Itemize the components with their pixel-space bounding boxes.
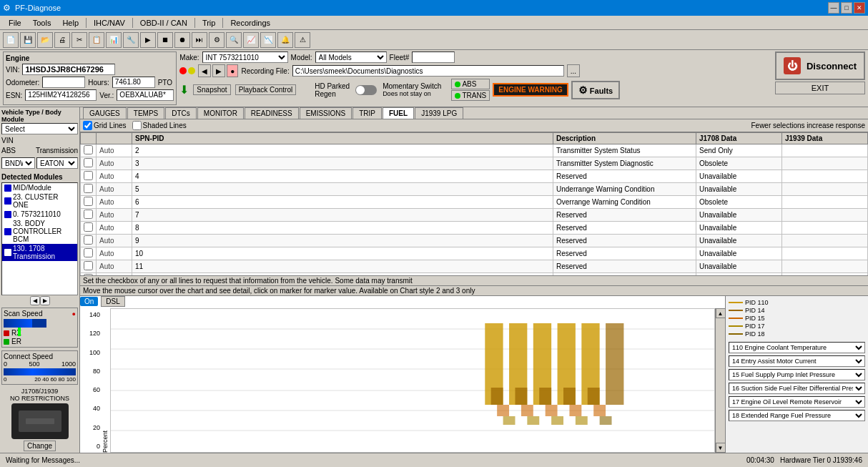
- shaded-lines-checkbox-label[interactable]: Shaded Lines: [132, 121, 187, 130]
- toolbar-btn-4[interactable]: 🖨: [54, 32, 70, 48]
- row-auto-7[interactable]: Auto: [97, 235, 132, 247]
- row-auto-4[interactable]: Auto: [97, 196, 132, 209]
- row-check-7[interactable]: [81, 235, 97, 247]
- toolbar-btn-11[interactable]: ⏺: [174, 32, 190, 48]
- shaded-lines-checkbox[interactable]: [132, 121, 142, 130]
- menu-obdii[interactable]: OBD-II / CAN: [134, 17, 193, 29]
- toolbar-btn-14[interactable]: 🔍: [226, 32, 242, 48]
- row-auto-1[interactable]: Auto: [97, 157, 132, 170]
- toolbar-btn-6[interactable]: 📋: [89, 32, 104, 48]
- grid-lines-checkbox[interactable]: [83, 121, 92, 130]
- trans-select[interactable]: EATON K065696: [36, 157, 78, 169]
- recording-browse-button[interactable]: ...: [567, 64, 580, 77]
- esn-value[interactable]: 125HIM2Y4128256: [25, 89, 97, 101]
- hours-value[interactable]: 7461.80: [112, 77, 155, 88]
- chart-dropdown-4[interactable]: 17 Engine Oil Level Remote Reservoir: [729, 396, 865, 408]
- menu-help[interactable]: Help: [56, 17, 84, 29]
- close-button[interactable]: ✕: [854, 2, 865, 14]
- menu-recordings[interactable]: Recordings: [225, 17, 276, 29]
- exit-button[interactable]: EXIT: [775, 82, 865, 94]
- snapshot-button[interactable]: Snapshot: [193, 84, 230, 95]
- rec-back-button[interactable]: ◀: [198, 64, 211, 77]
- tab-readiness[interactable]: READINESS: [245, 107, 299, 119]
- chart-scroll-up[interactable]: ▲: [716, 308, 726, 318]
- toolbar-btn-8[interactable]: 🔧: [123, 32, 139, 48]
- row-auto-5[interactable]: Auto: [97, 209, 132, 222]
- chart-dropdown-2[interactable]: 15 Fuel Supply Pump Inlet Pressure: [729, 369, 865, 380]
- chart-dropdown-0[interactable]: 110 Engine Coolant Temperature: [729, 342, 865, 353]
- menu-ihcnav[interactable]: IHC/NAV: [88, 17, 131, 29]
- detected-item-trans[interactable]: 130. 1708 Transmission: [2, 244, 77, 261]
- toolbar-btn-13[interactable]: ⚙: [209, 32, 225, 48]
- toolbar-btn-12[interactable]: ⏭: [192, 32, 207, 48]
- abs-select[interactable]: BNDWS: [1, 157, 35, 169]
- row-check-4[interactable]: [81, 196, 97, 209]
- maximize-button[interactable]: □: [841, 2, 852, 14]
- tab-monitor[interactable]: MONITOR: [197, 107, 244, 119]
- recording-path-input[interactable]: [292, 65, 564, 77]
- chart-dropdown-3[interactable]: 16 Suction Side Fuel Filter Differential…: [729, 383, 865, 394]
- toolbar-btn-2[interactable]: 💾: [20, 32, 36, 48]
- row-check-1[interactable]: [81, 157, 97, 170]
- chart-scroll-down[interactable]: ▼: [716, 443, 726, 453]
- row-check-8[interactable]: [81, 247, 97, 260]
- detected-item-bcm[interactable]: 33. BODY CONTROLLER BCM: [2, 219, 77, 244]
- toolbar-btn-7[interactable]: 📊: [106, 32, 122, 48]
- hd-toggle[interactable]: [355, 85, 377, 95]
- detected-item-mid[interactable]: MID/Module: [2, 183, 77, 192]
- minimize-button[interactable]: —: [828, 2, 839, 14]
- menu-file[interactable]: File: [3, 17, 27, 29]
- chart-scrollbar[interactable]: ▲ ▼: [715, 308, 725, 453]
- row-auto-9[interactable]: Auto: [97, 260, 132, 273]
- toolbar-btn-1[interactable]: 📄: [3, 32, 19, 48]
- list-left-arrow[interactable]: ◀: [30, 296, 40, 305]
- make-select[interactable]: INT 7573211010: [202, 51, 288, 63]
- menu-trip[interactable]: Trip: [197, 17, 222, 29]
- row-check-0[interactable]: [81, 144, 97, 157]
- row-check-6[interactable]: [81, 222, 97, 235]
- odometer-value[interactable]: [42, 77, 85, 88]
- detected-item-0[interactable]: 0. 7573211010: [2, 210, 77, 219]
- toolbar-btn-9[interactable]: ▶: [140, 32, 156, 48]
- toolbar-btn-10[interactable]: ⏹: [157, 32, 173, 48]
- row-auto-8[interactable]: Auto: [97, 247, 132, 260]
- row-auto-0[interactable]: Auto: [97, 144, 132, 157]
- dsl-button[interactable]: DSL: [101, 296, 124, 307]
- toolbar-btn-5[interactable]: ✂: [71, 32, 87, 48]
- rec-rec-button[interactable]: ●: [227, 64, 238, 77]
- row-check-9[interactable]: [81, 260, 97, 273]
- tab-gauges[interactable]: GAUGES: [83, 107, 127, 119]
- row-auto-2[interactable]: Auto: [97, 170, 132, 183]
- toolbar-btn-18[interactable]: ⚠: [295, 32, 310, 48]
- grid-lines-checkbox-label[interactable]: Grid Lines: [83, 121, 127, 130]
- row-auto-3[interactable]: Auto: [97, 183, 132, 196]
- row-check-2[interactable]: [81, 170, 97, 183]
- ver-value[interactable]: OEBXALUAB*: [117, 89, 174, 101]
- chart-dropdown-5[interactable]: 18 Extended Range Fuel Pressure: [729, 410, 865, 421]
- chart-dropdown-1[interactable]: 14 Entry Assist Motor Current: [729, 355, 865, 367]
- vin-value[interactable]: 1HSDJSJR8CH67296: [22, 64, 115, 75]
- tab-trip[interactable]: TRIP: [352, 107, 382, 119]
- toolbar-btn-17[interactable]: 🔔: [277, 32, 293, 48]
- menu-tools[interactable]: Tools: [27, 17, 57, 29]
- tab-temps[interactable]: TEMPS: [127, 107, 164, 119]
- row-check-5[interactable]: [81, 209, 97, 222]
- on-toggle-button[interactable]: On: [80, 297, 98, 306]
- model-select[interactable]: All Models: [315, 51, 387, 63]
- row-auto-6[interactable]: Auto: [97, 222, 132, 235]
- detected-item-cluster[interactable]: 23. CLUSTER ONE: [2, 192, 77, 210]
- list-right-arrow[interactable]: ▶: [40, 296, 50, 305]
- tab-j1939lpg[interactable]: J1939 LPG: [415, 107, 463, 119]
- toolbar-btn-3[interactable]: 📂: [37, 32, 53, 48]
- tab-dtcs[interactable]: DTCs: [165, 107, 197, 119]
- faults-button[interactable]: ⚙ Faults: [571, 81, 620, 99]
- disconnect-button[interactable]: ⏻ Disconnect: [775, 51, 865, 80]
- vehicle-type-select[interactable]: Select: [1, 123, 78, 134]
- row-check-3[interactable]: [81, 183, 97, 196]
- fleet-input[interactable]: [412, 51, 455, 63]
- toolbar-btn-15[interactable]: 📈: [243, 32, 259, 48]
- toolbar-btn-16[interactable]: 📉: [260, 32, 276, 48]
- change-button[interactable]: Change: [24, 441, 56, 451]
- tab-fuel[interactable]: FUEL: [383, 107, 414, 119]
- tab-emissions[interactable]: EMISSIONS: [300, 107, 352, 119]
